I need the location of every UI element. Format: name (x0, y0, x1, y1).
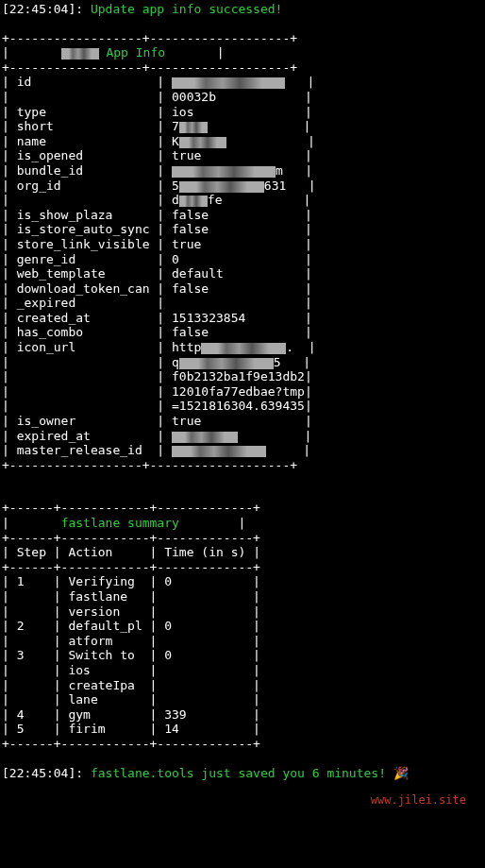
table-row: | | =1521816304.639435| (2, 399, 483, 414)
redacted-value (179, 137, 226, 148)
redacted-value (179, 358, 274, 369)
table-row: | web_template | default | (2, 266, 483, 281)
redacted-header (61, 48, 99, 60)
table-row: | type | ios | (2, 105, 483, 120)
table-row: | _expired | | (2, 296, 483, 311)
table-row: | genre_id | 0 | (2, 252, 483, 267)
timestamp-bottom: [22:45:04]: (2, 766, 83, 780)
table1-border-bot: +------------------+-------------------+ (2, 458, 483, 473)
table-row: | short | 7 | (2, 119, 483, 134)
table-row: | is_show_plaza | false | (2, 208, 483, 223)
spacer (2, 472, 483, 501)
table1-border-hdr: +------------------+-------------------+ (2, 60, 483, 76)
table-row: | | ios | | (2, 663, 483, 678)
bottom-line: [22:45:04]: fastlane.tools just saved yo… (2, 766, 483, 781)
spacer (2, 752, 483, 766)
table-row: | | 00032b | (2, 90, 483, 105)
table-row: | name | K | (2, 134, 483, 149)
spacer (2, 17, 483, 31)
table-row: | icon_url | http. | (2, 340, 483, 355)
redacted-value (179, 196, 208, 207)
watermark: www.jilei.site (371, 793, 466, 807)
table1-border-top: +------------------+-------------------+ (2, 31, 483, 46)
table2-rows: | 1 | Verifying | 0 || | fastlane | || |… (2, 574, 483, 737)
table-row: | store_link_visible | true | (2, 237, 483, 252)
table-row: | | q5 | (2, 355, 483, 370)
party-icon: 🎉 (393, 766, 409, 780)
table-row: | created_at | 1513323854 | (2, 311, 483, 326)
table-row: | 4 | gym | 339 | (2, 707, 483, 723)
table-row: | download_token_can | false | (2, 281, 483, 297)
redacted-value (172, 77, 285, 89)
table-row: | | lane | | (2, 692, 483, 707)
table2-title: fastlane summary (61, 516, 179, 530)
table-row: | | dfe | (2, 193, 483, 208)
saved-message: fastlane.tools just saved you 6 minutes! (91, 766, 386, 780)
table2-border-top: +------+------------+-------------+ (2, 501, 483, 516)
table-row: | master_release_id | | (2, 443, 483, 458)
redacted-value (179, 122, 208, 133)
redacted-value (172, 432, 238, 443)
table-row: | is_store_auto_sync | false | (2, 222, 483, 237)
table1-title: App Info (99, 45, 165, 60)
table1-rows: | id | || | 00032b || type | ios || shor… (2, 75, 483, 457)
table-row: | is_opened | true | (2, 148, 483, 163)
table-row: | | version | | (2, 604, 483, 620)
table-row: | | atform | | (2, 634, 483, 649)
table2-border-mid2: +------+------------+-------------+ (2, 560, 483, 575)
timestamp-line: [22:45:04]: Update app info successed! (2, 2, 483, 17)
table2-header: | fastlane summary | (2, 516, 483, 531)
table-row: | | fastlane | | (2, 589, 483, 604)
table2-border-mid: +------+------------+-------------+ (2, 531, 483, 546)
redacted-value (201, 343, 286, 354)
table-row: | 1 | Verifying | 0 | (2, 574, 483, 589)
table1-header: | App Info | (2, 45, 483, 60)
table-row: | id | | (2, 75, 483, 90)
success-message: Update app info successed! (91, 2, 283, 16)
table2-border-bot: +------+------------+-------------+ (2, 737, 483, 752)
table-row: | has_combo | false | (2, 325, 483, 340)
table-row: | | f0b2132ba1f9e13db2| (2, 369, 483, 384)
table-row: | org_id | 5631 | (2, 179, 483, 194)
table-row: | expired_at | | (2, 429, 483, 444)
redacted-value (179, 181, 264, 193)
table-row: | bundle_id | m | (2, 163, 483, 179)
table-row: | 5 | firim | 14 | (2, 722, 483, 737)
table2-col-headers: | Step | Action | Time (in s) | (2, 545, 483, 560)
table-row: | 2 | default_pl | 0 | (2, 619, 483, 634)
table-row: | | createIpa | | (2, 678, 483, 693)
redacted-value (172, 446, 266, 457)
table-row: | is_owner | true | (2, 414, 483, 429)
table-row: | 3 | Switch to | 0 | (2, 648, 483, 663)
table-row: | | 12010fa77edbae?tmp| (2, 384, 483, 400)
timestamp: [22:45:04]: (2, 2, 83, 16)
redacted-value (172, 166, 276, 178)
